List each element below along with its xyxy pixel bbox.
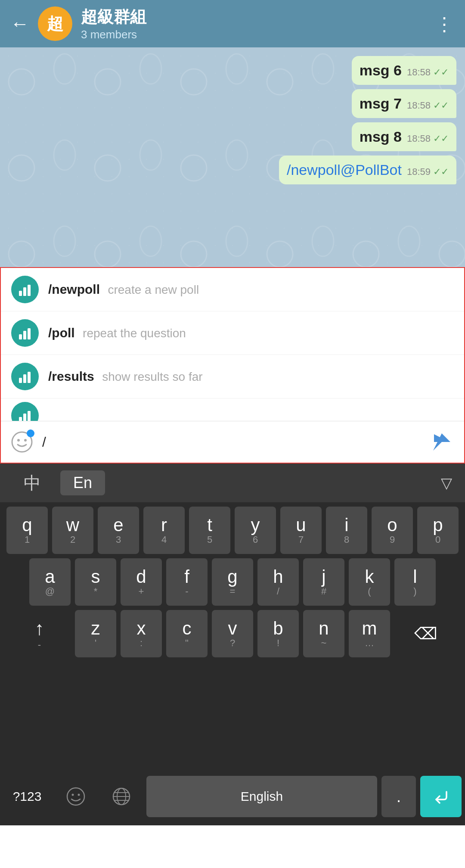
message-meta: 18:58 ✓✓ [407, 133, 449, 144]
member-count: 3 members [81, 28, 426, 41]
message-input[interactable] [42, 432, 420, 452]
svg-rect-6 [19, 378, 22, 383]
num-label: ?123 [13, 789, 42, 804]
svg-rect-2 [28, 285, 31, 296]
send-button[interactable] [426, 426, 457, 457]
command-desc: repeat the question [83, 327, 186, 340]
key-b[interactable]: b! [257, 610, 299, 657]
message-bubble-command: /newpoll@PollBot 18:59 ✓✓ [279, 156, 456, 184]
message-time: 18:58 [407, 67, 431, 78]
header-info: 超級群組 3 members [81, 6, 426, 41]
menu-button[interactable]: ⋮ [435, 13, 455, 35]
key-enter[interactable] [420, 776, 462, 817]
message-check: ✓✓ [433, 166, 449, 177]
emoji-button[interactable] [8, 428, 36, 456]
key-h[interactable]: h/ [257, 558, 299, 606]
key-w[interactable]: w2 [52, 507, 93, 554]
command-desc: create a new poll [108, 283, 199, 296]
key-m[interactable]: m… [349, 610, 390, 657]
command-label: /results [48, 369, 94, 383]
avatar: 超 [38, 6, 72, 41]
key-p[interactable]: p0 [417, 507, 459, 554]
autocomplete-input-wrapper: /newpoll create a new poll /poll repeat … [0, 267, 465, 464]
svg-rect-0 [19, 291, 22, 296]
keyboard-collapse-button[interactable]: ▽ [441, 474, 452, 492]
pollbot-icon-partial [11, 402, 39, 421]
key-n[interactable]: n~ [303, 610, 344, 657]
key-i[interactable]: i8 [326, 507, 367, 554]
key-t[interactable]: t5 [189, 507, 230, 554]
svg-rect-1 [23, 287, 26, 296]
key-u[interactable]: u7 [280, 507, 322, 554]
keyboard-toolbar: 中 En ▽ [0, 464, 465, 502]
back-button[interactable]: ← [10, 13, 29, 34]
lang-en-button[interactable]: En [60, 470, 105, 495]
svg-point-17 [67, 788, 84, 805]
message-check: ✓✓ [433, 133, 449, 144]
key-k[interactable]: k( [349, 558, 390, 606]
key-x[interactable]: x: [121, 610, 162, 657]
svg-rect-7 [23, 374, 26, 383]
message-bubble-8: msg 8 18:58 ✓✓ [352, 122, 456, 151]
autocomplete-item-text: /newpoll create a new poll [48, 282, 199, 297]
key-s[interactable]: s* [75, 558, 116, 606]
key-q[interactable]: q1 [6, 507, 48, 554]
message-time: 18:59 [407, 166, 431, 177]
key-r[interactable]: r4 [143, 507, 185, 554]
space-label: English [241, 789, 283, 804]
message-meta: 18:58 ✓✓ [407, 67, 449, 78]
input-bar [1, 421, 464, 463]
keyboard: 中 En ▽ q1 w2 e3 r4 t5 y6 u7 i8 o9 p0 a@ … [0, 464, 465, 825]
message-time: 18:58 [407, 100, 431, 111]
key-e[interactable]: e3 [98, 507, 139, 554]
svg-rect-5 [28, 328, 31, 339]
autocomplete-item-newpoll[interactable]: /newpoll create a new poll [1, 268, 464, 311]
key-o[interactable]: o9 [372, 507, 413, 554]
command-label: /poll [48, 326, 75, 340]
autocomplete-panel: /newpoll create a new poll /poll repeat … [1, 268, 464, 463]
lang-zh-button[interactable]: 中 [13, 471, 52, 495]
svg-rect-4 [23, 331, 26, 339]
key-a[interactable]: a@ [29, 558, 71, 606]
key-y[interactable]: y6 [235, 507, 276, 554]
svg-rect-10 [23, 414, 26, 421]
keyboard-row-1: q1 w2 e3 r4 t5 y6 u7 i8 o9 p0 [3, 507, 462, 554]
message-meta: 18:59 ✓✓ [407, 166, 449, 177]
command-label: /newpoll [48, 282, 100, 296]
svg-point-19 [78, 794, 80, 796]
key-emoji[interactable] [55, 776, 96, 817]
keyboard-rows: q1 w2 e3 r4 t5 y6 u7 i8 o9 p0 a@ s* d+ f… [0, 502, 465, 774]
key-g[interactable]: g= [212, 558, 253, 606]
svg-rect-8 [28, 372, 31, 383]
key-v[interactable]: v? [212, 610, 253, 657]
pollbot-icon-newpoll [11, 276, 39, 303]
key-delete[interactable]: ⌫ [394, 610, 457, 657]
key-num[interactable]: ?123 [3, 776, 51, 817]
svg-rect-3 [19, 334, 22, 339]
keyboard-row-2: a@ s* d+ f- g= h/ j# k( l) [3, 558, 462, 606]
key-l[interactable]: l) [394, 558, 436, 606]
autocomplete-item-text: /results show results so far [48, 369, 203, 384]
chat-area: msg 6 18:58 ✓✓ msg 7 18:58 ✓✓ msg 8 18:5… [0, 47, 465, 267]
svg-point-14 [24, 439, 27, 442]
key-d[interactable]: d+ [121, 558, 162, 606]
key-shift[interactable]: ↑ - [8, 610, 71, 657]
svg-rect-9 [19, 417, 22, 421]
message-command-text: /newpoll@PollBot [287, 162, 402, 178]
keyboard-bottom-row: ?123 English . [0, 774, 465, 825]
header: ← 超 超級群組 3 members ⋮ [0, 0, 465, 47]
period-label: . [397, 787, 401, 806]
key-f[interactable]: f- [166, 558, 208, 606]
message-check: ✓✓ [433, 100, 449, 111]
key-period[interactable]: . [381, 776, 416, 817]
key-c[interactable]: c" [166, 610, 208, 657]
key-space[interactable]: English [146, 776, 377, 817]
message-text: msg 8 [360, 128, 402, 145]
autocomplete-item-results[interactable]: /results show results so far [1, 355, 464, 398]
key-j[interactable]: j# [303, 558, 344, 606]
autocomplete-item-poll[interactable]: /poll repeat the question [1, 311, 464, 355]
pollbot-icon-poll [11, 319, 39, 347]
key-globe[interactable] [101, 776, 142, 817]
svg-point-13 [17, 439, 20, 442]
key-z[interactable]: z' [75, 610, 116, 657]
